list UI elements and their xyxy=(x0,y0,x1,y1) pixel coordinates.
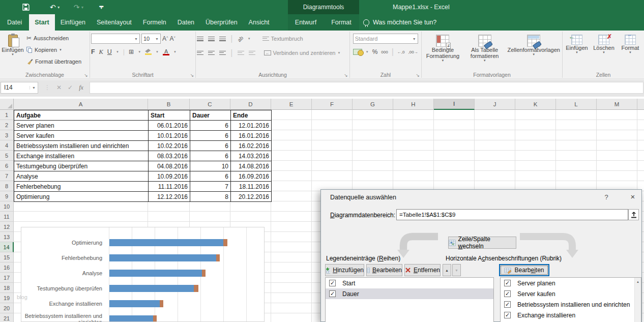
row-header-19[interactable]: 19 xyxy=(0,293,14,303)
row-header-16[interactable]: 16 xyxy=(0,262,14,273)
increase-indent-icon[interactable] xyxy=(249,51,255,55)
cell[interactable]: 6 xyxy=(190,171,231,182)
cell[interactable]: 6 xyxy=(190,151,231,161)
font-dialog-launcher-icon[interactable]: ↘ xyxy=(190,73,194,78)
row-header-15[interactable]: 15 xyxy=(0,252,14,262)
column-header-A[interactable]: A xyxy=(14,99,148,110)
name-box-dropdown-icon[interactable]: ▼ xyxy=(30,86,36,90)
checkbox[interactable]: ✓ xyxy=(504,290,511,297)
cell[interactable]: Betriebssystem installieren und einricht… xyxy=(14,141,149,151)
collapse-dialog-button[interactable] xyxy=(628,209,639,220)
edit-series-button[interactable]: Bearbeiten xyxy=(366,264,402,276)
list-item[interactable]: ✓Dauer xyxy=(326,288,493,299)
align-left-icon[interactable] xyxy=(197,51,203,55)
column-header-L[interactable]: L xyxy=(556,99,597,110)
checkbox[interactable]: ✓ xyxy=(504,301,511,308)
italic-button[interactable]: K xyxy=(99,48,103,56)
underline-button[interactable]: U xyxy=(107,48,112,55)
chart-data-range-input[interactable]: =Tabelle1!$A$1:$C$9 xyxy=(396,209,628,220)
row-header-3[interactable]: 3 xyxy=(0,130,14,140)
checkbox[interactable]: ✓ xyxy=(329,280,336,286)
checkbox[interactable]: ✓ xyxy=(504,280,511,286)
column-header-B[interactable]: B xyxy=(148,99,190,110)
paste-button[interactable]: Einfügen▼ xyxy=(1,33,24,67)
checkbox[interactable]: ✓ xyxy=(329,290,336,297)
grow-font-icon[interactable]: A˄ xyxy=(162,35,168,42)
cell[interactable]: Server kaufen xyxy=(14,131,149,141)
undo-icon[interactable]: ↶ xyxy=(50,2,56,13)
column-header-H[interactable]: H xyxy=(393,99,434,110)
cell[interactable]: 7 xyxy=(190,182,231,192)
cell[interactable]: 04.08.2016 xyxy=(149,161,190,171)
redo-icon[interactable]: ↷ xyxy=(74,2,80,13)
copy-button[interactable]: Kopieren▼ xyxy=(26,44,81,55)
row-header-18[interactable]: 18 xyxy=(0,283,14,293)
cell[interactable]: 10.02.2016 xyxy=(149,141,190,151)
cell[interactable]: Testumgebung überprüfen xyxy=(14,161,149,171)
borders-icon[interactable]: ⊞ xyxy=(129,48,134,55)
font-color-icon[interactable]: A xyxy=(163,49,169,55)
font-name-combo[interactable]: ▼ xyxy=(91,34,140,44)
cut-button[interactable]: ✂Ausschneiden xyxy=(26,33,81,44)
row-header-14[interactable]: 14 xyxy=(0,242,14,252)
bar-start-4[interactable] xyxy=(109,285,194,292)
row-header-17[interactable]: 17 xyxy=(0,273,14,283)
cell[interactable]: Analyse xyxy=(14,171,149,182)
row-header-11[interactable]: 11 xyxy=(0,212,14,222)
undo-dropdown-icon[interactable]: ▼ xyxy=(57,6,61,9)
bar-dauer-2[interactable] xyxy=(216,254,220,261)
dialog-help-button[interactable]: ? xyxy=(602,193,611,201)
move-up-button[interactable]: ▲ xyxy=(443,264,451,276)
tab-format[interactable]: Format xyxy=(324,14,359,31)
row-header-20[interactable]: 20 xyxy=(0,303,14,313)
column-header-I[interactable]: I xyxy=(434,99,475,110)
axis-list-scrollbar[interactable]: ▲ xyxy=(634,278,641,322)
remove-series-button[interactable]: Entfernen xyxy=(404,264,441,276)
row-header-4[interactable]: 4 xyxy=(0,140,14,151)
cell[interactable]: 10.09.2016 xyxy=(149,171,190,182)
tell-me-box[interactable]: Was möchten Sie tun? xyxy=(363,14,436,31)
align-bottom-icon[interactable] xyxy=(219,37,226,41)
tab-daten[interactable]: Daten xyxy=(172,14,200,31)
cell[interactable]: 6 xyxy=(190,121,231,131)
shrink-font-icon[interactable]: A˅ xyxy=(169,35,175,42)
dialog-close-button[interactable]: × xyxy=(627,192,638,201)
cancel-icon[interactable]: ✕ xyxy=(56,84,62,91)
bar-dauer-4[interactable] xyxy=(194,285,198,292)
cell[interactable]: 6 xyxy=(190,141,231,151)
cell[interactable]: Dauer xyxy=(190,110,231,121)
tab-überprüfen[interactable]: Überprüfen xyxy=(200,14,243,31)
cell[interactable]: Start xyxy=(149,110,190,121)
row-header-9[interactable]: 9 xyxy=(0,191,14,201)
increase-decimal-icon[interactable]: ←,0 xyxy=(397,50,405,54)
edit-axis-labels-button[interactable]: Bearbeiten xyxy=(499,264,549,276)
row-header-12[interactable]: 12 xyxy=(0,222,14,232)
row-header-5[interactable]: 5 xyxy=(0,151,14,161)
format-cells-button[interactable]: ↔ Format▼ xyxy=(618,33,643,54)
cell[interactable]: Aufgabe xyxy=(14,110,149,121)
alignment-dialog-launcher-icon[interactable]: ↘ xyxy=(344,73,348,78)
tab-entwurf[interactable]: Entwurf xyxy=(288,14,324,31)
cell[interactable]: Server planen xyxy=(14,121,149,131)
bold-button[interactable]: F xyxy=(91,48,95,55)
cell[interactable]: 12.12.2016 xyxy=(149,192,190,202)
column-header-F[interactable]: F xyxy=(312,99,353,110)
cell[interactable]: 11.11.2016 xyxy=(149,182,190,192)
cell[interactable]: 16.09.2016 xyxy=(231,171,272,182)
cell[interactable]: 06.01.2016 xyxy=(149,121,190,131)
cell[interactable]: 14.03.2016 xyxy=(231,151,272,161)
list-item[interactable]: ✓Exchange installieren xyxy=(501,310,634,320)
scroll-up-icon[interactable]: ▲ xyxy=(635,278,641,285)
decrease-indent-icon[interactable] xyxy=(238,51,244,55)
comma-style-icon[interactable]: 000 xyxy=(381,50,388,54)
bar-dauer-6[interactable] xyxy=(153,315,157,322)
list-item[interactable]: ✓Betriebssystem installieren und einrich… xyxy=(501,299,634,310)
insert-function-icon[interactable]: fx xyxy=(79,84,83,92)
bar-dauer-3[interactable] xyxy=(202,270,206,277)
list-item[interactable]: ✓Server planen xyxy=(501,278,634,288)
insert-cells-button[interactable]: ← Einfügen▼ xyxy=(564,33,590,54)
move-down-button[interactable]: ▼ xyxy=(452,264,461,276)
cell[interactable]: 16.02.2016 xyxy=(231,141,272,151)
cell[interactable]: Fehlerbehebung xyxy=(14,182,149,192)
cell[interactable]: 14.08.2016 xyxy=(231,161,272,171)
